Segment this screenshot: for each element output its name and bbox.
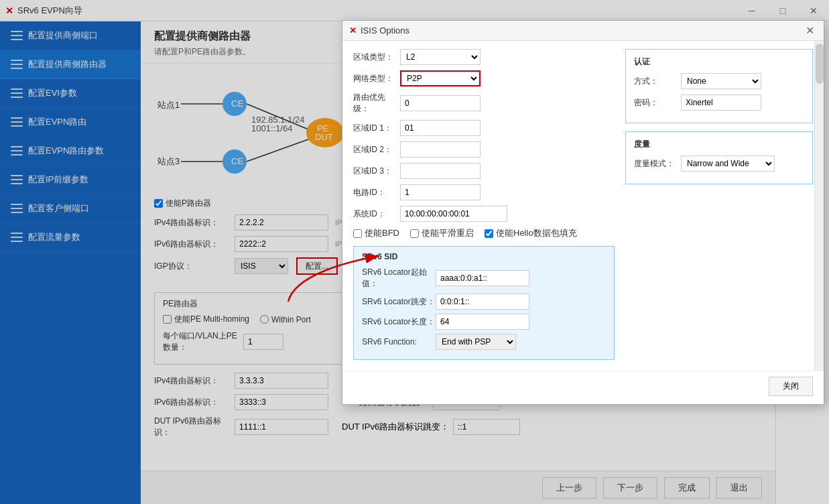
modal-close-btn[interactable]: 关闭 <box>769 377 813 396</box>
auth-section: 认证 方式： None MD5 Simple 密码： <box>625 49 813 123</box>
network-type-label: 网络类型： <box>353 73 400 84</box>
system-id-label: 系统ID： <box>353 208 400 220</box>
locator-start-label: SRv6 Locator起始值： <box>362 267 436 290</box>
area-id3-label: 区域ID 3： <box>353 166 400 177</box>
area-id2-label: 区域ID 2： <box>353 144 400 155</box>
smooth-label: 使能平滑重启 <box>422 227 474 239</box>
bfd-checkbox[interactable] <box>353 229 362 238</box>
network-type-row: 网络类型： P2P Broadcast <box>353 70 615 86</box>
function-select[interactable]: End with PSP End End with USP <box>436 334 516 350</box>
area-type-row: 区域类型： L2 L1 L1/L2 <box>353 49 615 65</box>
smooth-checkbox[interactable] <box>410 229 419 238</box>
hello-checkbox[interactable] <box>485 229 493 238</box>
circuit-id-label: 电路ID： <box>353 187 400 198</box>
measure-section-title: 度量 <box>634 139 804 150</box>
function-row: SRv6 Function: End with PSP End End with… <box>362 334 606 350</box>
locator-len-label: SRv6 Locator长度： <box>362 316 436 328</box>
function-label: SRv6 Function: <box>362 337 436 346</box>
auth-method-label: 方式： <box>634 76 681 87</box>
locator-step-row: SRv6 Locator跳变： <box>362 294 606 310</box>
smooth-checkbox-item: 使能平滑重启 <box>410 227 474 239</box>
locator-len-row: SRv6 Locator长度： <box>362 314 606 330</box>
bfd-label: 使能BFD <box>365 227 399 239</box>
measure-section: 度量 度量模式： Narrow and Wide Narrow Wide <box>625 131 813 184</box>
auth-pwd-input[interactable] <box>681 94 761 111</box>
area-id1-label: 区域ID 1： <box>353 123 400 134</box>
modal-title: ISIS Options <box>361 25 803 36</box>
modal-footer: 关闭 <box>342 371 824 404</box>
hello-checkbox-item: 使能Hello数据包填充 <box>485 227 577 239</box>
area-id3-input[interactable] <box>400 163 481 179</box>
scrollbar-thumb[interactable] <box>816 44 824 84</box>
system-id-row: 系统ID： <box>353 206 615 222</box>
hello-label: 使能Hello数据包填充 <box>496 227 577 239</box>
modal-titlebar: ✕ ISIS Options ✕ <box>342 21 824 41</box>
auth-method-row: 方式： None MD5 Simple <box>634 73 804 89</box>
options-checkboxes: 使能BFD 使能平滑重启 使能Hello数据包填充 <box>353 227 615 239</box>
scrollbar-track <box>814 41 824 371</box>
measure-mode-row: 度量模式： Narrow and Wide Narrow Wide <box>634 155 804 172</box>
circuit-id-row: 电路ID： <box>353 184 615 200</box>
srv6-sid-section: SRv6 SID SRv6 Locator起始值： SRv6 Locator跳变… <box>353 246 615 360</box>
area-id3-row: 区域ID 3： <box>353 163 615 179</box>
srv6-sid-title: SRv6 SID <box>362 252 606 261</box>
area-id1-input[interactable] <box>400 120 481 136</box>
auth-pwd-row: 密码： <box>634 94 804 111</box>
measure-mode-select[interactable]: Narrow and Wide Narrow Wide <box>681 155 775 172</box>
area-type-select[interactable]: L2 L1 L1/L2 <box>400 49 481 65</box>
modal-title-icon: ✕ <box>349 25 357 36</box>
area-id2-row: 区域ID 2： <box>353 141 615 158</box>
priority-row: 路由优先级： <box>353 92 615 115</box>
locator-start-input[interactable] <box>436 270 529 286</box>
modal-close-button[interactable]: ✕ <box>803 24 817 37</box>
area-type-label: 区域类型： <box>353 52 400 63</box>
locator-step-input[interactable] <box>436 294 529 310</box>
system-id-input[interactable] <box>400 206 507 222</box>
modal-right-col: 认证 方式： None MD5 Simple 密码： 度量 <box>625 49 813 360</box>
bfd-checkbox-item: 使能BFD <box>353 227 399 239</box>
modal-left-col: 区域类型： L2 L1 L1/L2 网络类型： P2P Broadcast 路由… <box>353 49 615 360</box>
locator-len-input[interactable] <box>436 314 529 330</box>
area-id1-row: 区域ID 1： <box>353 120 615 136</box>
modal-body: 区域类型： L2 L1 L1/L2 网络类型： P2P Broadcast 路由… <box>342 41 824 368</box>
isis-options-modal: ✕ ISIS Options ✕ 区域类型： L2 L1 L1/L2 网络类型：… <box>342 20 824 405</box>
priority-input[interactable] <box>400 95 481 111</box>
auth-section-title: 认证 <box>634 56 804 68</box>
auth-pwd-label: 密码： <box>634 97 681 109</box>
auth-method-select[interactable]: None MD5 Simple <box>681 73 761 89</box>
circuit-id-input[interactable] <box>400 184 481 200</box>
measure-mode-label: 度量模式： <box>634 158 681 170</box>
network-type-select[interactable]: P2P Broadcast <box>400 70 481 86</box>
priority-label: 路由优先级： <box>353 92 400 115</box>
locator-step-label: SRv6 Locator跳变： <box>362 296 436 308</box>
locator-start-row: SRv6 Locator起始值： <box>362 267 606 290</box>
area-id2-input[interactable] <box>400 141 481 158</box>
